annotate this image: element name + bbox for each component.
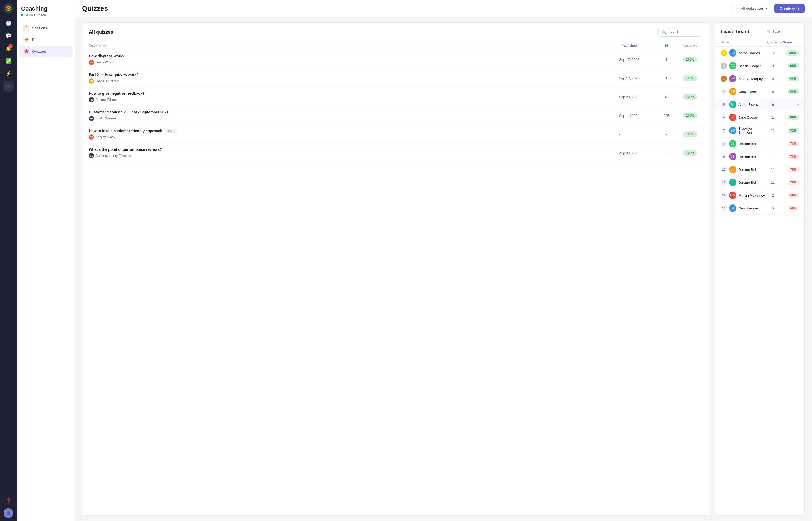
lb-name: Jerome Bell [739,181,757,184]
quiz-name: Customer Service Skill Test - September … [89,110,619,114]
table-row[interactable]: Customer Service Skill Test - September … [82,106,709,125]
leaderboard-row[interactable]: 11 JB Jerome Bell 11 78% [716,176,804,189]
lb-name: Guy Hawkins [739,206,759,210]
leaderboard-row[interactable]: 6 JC Jane Cooper 2 86% [716,111,804,124]
leaderboard-row[interactable]: 1 AH Aaron Howles 12 100% [716,47,804,60]
table-header: Quiz / Author ↓ Published 👥 Avg. score [82,41,709,50]
rank-badge: 11 [721,179,727,185]
chevron-down-icon: ▾ [765,6,767,10]
sidebar-graduation-icon[interactable]: 🎓 [3,81,14,92]
lb-score-cell: 96% [781,76,799,81]
rank-badge: 12 [721,192,727,198]
lb-name-cell: 7 BS Brooklyn Simmons [721,127,765,134]
quiz-name: Part 2 — How quizzes work? [89,73,619,77]
table-row[interactable]: How disputes work? JW Jenny Wilson Sep 1… [82,50,709,69]
sidebar-notifications-icon[interactable]: 🔔 8 [3,43,14,54]
table-row[interactable]: Part 2 — How quizzes work? JB John Bill … [82,69,709,88]
quiz-rows-container: How disputes work? JW Jenny Wilson Sep 1… [82,50,709,162]
sidebar-chat-icon[interactable]: 💬 [3,30,14,41]
app-title: Coaching [17,5,74,13]
col-count-header: 👥 [656,44,677,47]
sidebar-clock-icon[interactable]: 🕐 [3,18,14,28]
lb-score-cell: 86% [781,115,799,120]
lb-quizzes: 2 [765,194,781,197]
col-published: ↓ Published [619,44,656,47]
table-row[interactable]: How to take a customer-friendly approach… [82,125,709,144]
lb-name: Jane Cooper [739,115,758,119]
quizzes-panel-title: All quizzes [89,29,113,35]
lb-name: Jerome Bell [739,142,757,146]
lb-score-cell: 82% [781,128,799,133]
lb-name-cell: 5 AF Albert Flores [721,101,765,108]
quiz-name: How to take a customer-friendly approach… [89,129,619,133]
sidebar-item-sessions[interactable]: 📋 Sessions [19,22,72,34]
leaderboard-row[interactable]: 12 MM Marvin McKinney 2 48% [716,189,804,202]
app-logo: 🤓 [3,3,14,14]
lb-score-cell: 48% [781,192,799,198]
quizzes-search-input[interactable] [668,30,700,34]
left-nav: Coaching Silvio's Space 📋 Sessions 📌 Pin… [17,0,75,521]
leaderboard-row[interactable]: 10 JB Jerome Bell 11 78% [716,163,804,176]
lb-name: Marvin McKinney [739,194,765,197]
leaderboard-row[interactable]: 5 AF Albert Flores 6 ··· [716,98,804,111]
sidebar-lightning-icon[interactable]: ⚡ [3,68,14,79]
lb-quizzes: 2 [765,115,781,119]
author-avatar: AB [89,134,94,140]
leaderboard-row[interactable]: 19 GH Guy Hawkins 5 40% [716,202,804,215]
lb-quizzes: 8 [765,90,781,94]
lb-avatar: AH [729,49,737,56]
quiz-date: Sep 1, 2022 [619,114,656,118]
leaderboard-search-input[interactable] [772,30,796,33]
lb-name: Albert Flores [739,103,758,107]
leaderboard-row[interactable]: 9 JB Jerome Bell 11 78% [716,150,804,163]
user-avatar[interactable]: 👤 [4,508,13,518]
workspace-selector[interactable]: 🏳️ All workspaces ▾ [731,4,771,13]
table-row[interactable]: How to give negative feedback? AW Andrew… [82,88,709,106]
leaderboard-row[interactable]: 2 BC Bessie Cooper 9 98% [716,60,804,72]
notification-badge: 8 [8,44,13,48]
lb-quizzes: 3 [765,77,781,81]
workspace-label: Silvio's Space [17,13,74,22]
sidebar-item-pins[interactable]: 📌 Pins [19,34,72,46]
rank-badge: 2 [721,63,727,69]
leaderboard-row[interactable]: 7 BS Brooklyn Simmons 12 82% [716,124,804,137]
quiz-count: 235 [656,114,677,118]
lb-score-cell: 78% [781,154,799,159]
lb-score-cell: 78% [781,180,799,185]
quiz-date: Sep 17, 2022 [619,76,656,80]
sidebar-help-icon[interactable]: ❓ [3,496,14,506]
lb-col-name: Name [721,41,765,44]
lb-name-cell: 1 AH Aaron Howles [721,49,765,56]
sidebar-item-quizzes[interactable]: 🎯 Quizzes [19,46,72,57]
lb-name-cell: 3 KM Kathryn Murphy [721,75,765,82]
leaderboard-row[interactable]: 4 CF Cody Fisher 8 96% [716,85,804,98]
quizzes-search-box[interactable]: 🔍 [658,28,703,37]
lb-avatar: KM [729,75,737,82]
sidebar-tasks-icon[interactable]: ✅ [3,56,14,66]
quizzes-panel-header: All quizzes 🔍 [82,23,709,41]
lb-col-quizzes: Quizzes [765,41,781,44]
lb-name: Aaron Howles [739,51,760,55]
lb-avatar: JB [729,140,737,148]
author-avatar: JW [89,60,94,65]
rank-badge: 6 [721,114,727,120]
lb-avatar: GH [729,204,737,212]
leaderboard-row[interactable]: 8 JB Jerome Bell 11 78% [716,137,804,150]
quizzes-icon: 🎯 [23,48,29,54]
author-avatar: JB [89,78,94,84]
lb-name-cell: 6 JC Jane Cooper [721,114,765,121]
quiz-count: 48 [656,95,677,99]
rank-badge: 3 [721,75,727,82]
table-row[interactable]: What's the point of performance reviews?… [82,144,709,162]
lb-name: Brooklyn Simmons [739,127,765,134]
lb-name-cell: 10 JB Jerome Bell [721,166,765,173]
leaderboard-search-box[interactable]: 🔍 [764,28,799,35]
leaderboard-row[interactable]: 3 KM Kathryn Murphy 3 96% [716,72,804,85]
rank-badge: 10 [721,166,727,173]
create-quiz-button[interactable]: Create quiz [774,4,805,13]
lb-avatar: MM [729,191,737,199]
quiz-date: Aug 30, 2022 [619,151,656,155]
lb-name-cell: 4 CF Cody Fisher [721,88,765,95]
lb-sort-icon: ↓ [781,41,782,44]
lb-quizzes: 9 [765,64,781,68]
